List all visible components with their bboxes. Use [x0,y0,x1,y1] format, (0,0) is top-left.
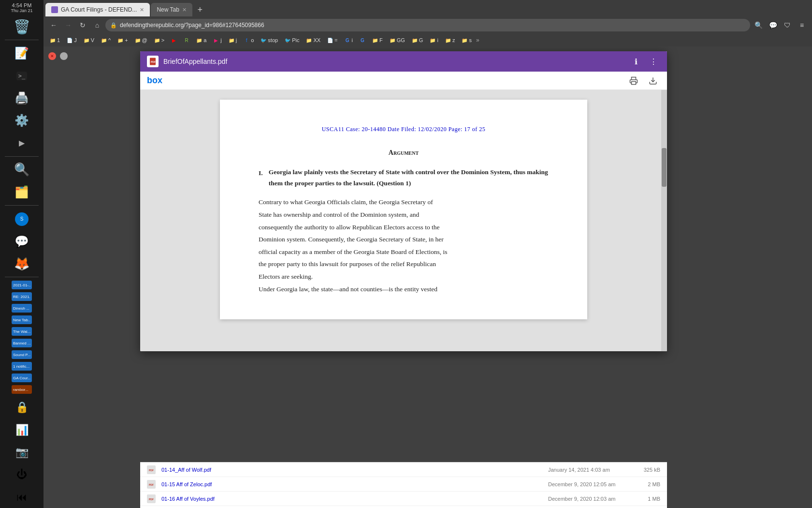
pdf-info-button[interactable]: ℹ [629,55,643,68]
bookmark-1[interactable]: 📁 1 [47,37,62,44]
bookmark-youtube[interactable]: ▶ [169,37,179,44]
tab-close-1[interactable]: ✕ [140,7,144,13]
sidebar-icon-skype[interactable]: S [9,208,34,229]
dissenter-button[interactable]: 💬 [767,19,779,31]
sidebar-icon-camera[interactable]: 📷 [9,442,34,463]
bookmark-gg[interactable]: 📁 GG [387,37,407,44]
sidebar-task-dinesh[interactable]: Dinesh ... [2,303,41,314]
bookmark-xx[interactable]: 📁 XX [304,37,323,44]
sidebar-icon-monitor[interactable]: 📊 [9,419,34,441]
bookmark-a[interactable]: 📁 a [194,37,209,44]
clock-display: 4:54 PM Thu Jan 21 [11,2,32,13]
tab-close-2[interactable]: ✕ [182,7,187,13]
sidebar-divider-3 [5,205,39,206]
sidebar-icon-power[interactable]: ⏻ [9,464,34,485]
sidebar-task-re2021[interactable]: RE: 2021... [2,291,41,302]
bookmarks-bar: 📁 1 📄 J 📁 V 📁 ^ 📁 + 📁 @ [44,34,812,46]
shield-button[interactable]: 🛡 [781,19,794,31]
maximize-window-button[interactable] [60,52,68,60]
file-row-1[interactable]: PDF 01-15 Aff of Zeloc.pdf December 9, 2… [140,477,667,492]
search-button[interactable]: 🔍 [752,19,765,31]
tab-bar: GA Court Filings - DEFEND... ✕ New Tab ✕… [44,0,812,16]
bookmark-odysee[interactable]: ▶ j [211,37,224,44]
close-window-button[interactable]: ✕ [48,52,56,60]
tab-ga-court[interactable]: GA Court Filings - DEFEND... ✕ [45,3,150,16]
clock-date: Thu Jan 21 [11,8,32,13]
task-label-9: rambor... [13,388,29,392]
menu-button[interactable]: ≡ [796,19,808,31]
pdf-scrollbar[interactable] [661,90,667,351]
bookmark-rumble[interactable]: R [181,37,192,44]
pdf-toolbar: box [140,72,667,90]
reload-button[interactable]: ↻ [76,19,89,31]
sidebar-task-sound[interactable]: Sound P... [2,349,41,360]
bookmark-equals[interactable]: 📄 = [325,37,340,44]
tab-label-1: GA Court Filings - DEFEND... [61,6,137,13]
sidebar-task-rambor[interactable]: rambor... [2,384,41,395]
bookmarks-overflow[interactable]: » [476,37,479,44]
clock-time: 4:54 PM [11,2,32,8]
task-label-6: Sound P... [13,353,30,357]
bookmark-plus[interactable]: 📁 + [115,37,130,44]
bookmark-google[interactable]: G i [342,37,355,44]
home-button[interactable]: ⌂ [91,19,103,31]
sidebar-icon-search[interactable]: 🔍 [9,159,34,180]
bookmark-j[interactable]: 📄 J [64,37,79,44]
new-tab-button[interactable]: + [193,3,207,16]
sidebar-divider-2 [5,156,39,157]
file-name-2[interactable]: 01-16 Aff of Voyles.pdf [161,496,542,502]
file-row-2[interactable]: PDF 01-16 Aff of Voyles.pdf December 9, … [140,492,667,506]
sidebar-icon-expand[interactable]: ▶ [9,133,34,154]
print-button[interactable] [626,74,641,88]
bookmark-s[interactable]: 📁 s [459,37,474,44]
sidebar-icon-lock[interactable]: 🔒 [9,397,34,418]
sidebar-task-walstr[interactable]: The Wal... [2,326,41,337]
bookmark-i-folder[interactable]: 📁 i [427,37,440,44]
bookmark-at[interactable]: 📁 @ [132,37,150,44]
download-button[interactable] [646,74,660,88]
bookmark-g-folder[interactable]: 📁 G [409,37,426,44]
bookmark-twitter[interactable]: 🐦 stop [258,37,280,44]
bookmark-z[interactable]: 📁 z [443,37,458,44]
sidebar-icon-settings[interactable]: ⚙️ [9,110,34,131]
pdf-page: USCA11 Case: 20-14480 Date Filed: 12/02/… [220,100,587,319]
sidebar-icon-chat[interactable]: 💬 [9,231,34,252]
bookmark-j-icon: 📄 [67,37,72,43]
file-size-1: 2 MB [631,481,660,487]
file-row-0[interactable]: PDF 01-14_Aff of Wolf.pdf January 14, 20… [140,463,667,477]
bookmark-arrow[interactable]: 📁 > [152,37,167,44]
sidebar-icon-trash[interactable]: 🗑️ [9,16,34,37]
sidebar-divider-1 [5,40,39,40]
file-name-0[interactable]: 01-14_Aff of Wolf.pdf [161,467,542,473]
sidebar-task-banned[interactable]: Banned ... [2,338,41,348]
bookmark-j2[interactable]: 📁 j [226,37,239,44]
pdf-file-icon: PDF [149,58,157,65]
sidebar-icon-text-editor[interactable]: 📝 [9,43,34,64]
sidebar-task-2021-01[interactable]: 2021-01-... [2,280,41,290]
pdf-content-area[interactable]: USCA11 Case: 20-14480 Date Filed: 12/02/… [140,90,667,351]
bookmark-facebook-globe[interactable]: f o [241,37,256,44]
svg-text:PDF: PDF [151,60,156,63]
tab-new-tab[interactable]: New Tab ✕ [151,3,192,16]
bookmark-caret[interactable]: 📁 ^ [99,37,113,44]
bookmark-google2[interactable]: G [357,37,368,44]
file-size-0: 325 kB [631,467,660,473]
pdf-more-button[interactable]: ⋮ [647,55,660,68]
sidebar-task-1notif[interactable]: 1 notific... [2,361,41,372]
bookmark-twitter-pic[interactable]: 🐦 Pic [282,37,302,44]
sidebar-icon-file-manager[interactable]: 🗂️ [9,181,34,203]
sidebar-icon-scanner[interactable]: 🖨️ [9,88,34,109]
sidebar-icon-media[interactable]: ⏮ [9,487,34,508]
file-name-1[interactable]: 01-15 Aff of Zeloc.pdf [161,481,542,487]
sidebar-icon-firefox[interactable]: 🦊 [9,253,34,274]
sidebar-task-gacourt[interactable]: GA Cour... [2,373,41,383]
sidebar-task-newtab[interactable]: New Tab... [2,314,41,325]
forward-button[interactable]: → [62,19,74,31]
sidebar-icon-terminal[interactable]: >_ [9,65,34,87]
back-button[interactable]: ← [47,19,60,31]
svg-text:PDF: PDF [149,483,154,486]
address-bar[interactable]: 🔒 defendingtherepublic.org/?page_id=986#… [105,19,750,31]
pdf-scrollbar-thumb[interactable] [662,148,667,187]
bookmark-f-folder[interactable]: 📁 F [370,37,385,44]
bookmark-v[interactable]: 📁 V [81,37,97,44]
